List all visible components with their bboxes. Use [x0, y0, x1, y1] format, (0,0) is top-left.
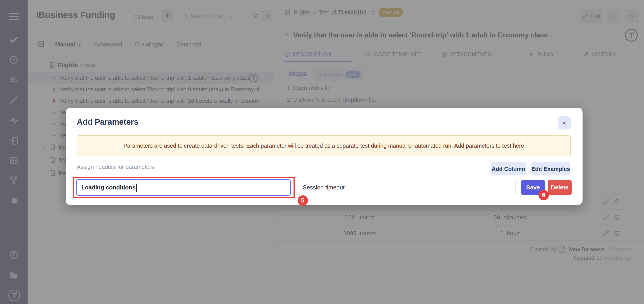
annotation-highlight-box: [73, 177, 295, 198]
modal-close-button[interactable]: ×: [558, 116, 571, 130]
info-banner-text: Parameters are used to create data-drive…: [124, 143, 524, 149]
info-banner: Parameters are used to create data-drive…: [77, 135, 571, 156]
parameter-2-value: Session timeout: [303, 184, 344, 191]
annotation-step-5-badge: 5: [298, 195, 308, 206]
delete-button[interactable]: Delete: [548, 180, 572, 195]
annotation-step-6-badge: 6: [538, 190, 549, 200]
add-column-button[interactable]: Add Column: [490, 162, 526, 175]
modal-title: Add Parameters: [77, 117, 138, 127]
app-root: T IBusiness Funding 18 tests × Manual18 …: [0, 0, 644, 304]
assign-headers-label: Assign headers for parameters: [77, 164, 154, 170]
edit-examples-button[interactable]: Edit Examples: [531, 162, 570, 175]
parameter-name-input-2[interactable]: Session timeout: [298, 180, 516, 195]
